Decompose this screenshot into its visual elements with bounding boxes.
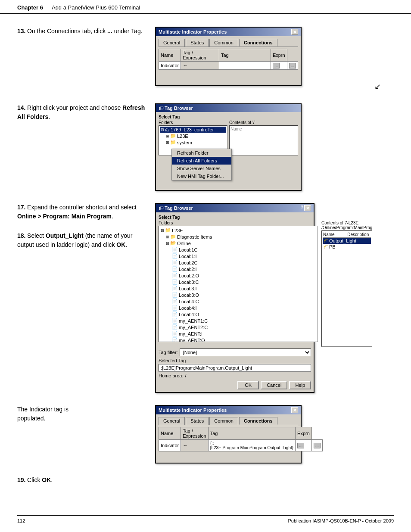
tag-browser-large-title-text: 🏷 Tag Browser [159,205,193,211]
expander-controller: ⊟ [161,128,164,132]
tb-item-output-light[interactable]: 🏷 Output_Light [323,238,371,244]
dots-tag-btn-1[interactable]: ... [273,63,280,68]
select-tag-label: Select Tag [159,115,298,119]
dots-exprn-btn-2[interactable]: ... [314,443,321,448]
step-19-number: 19. [17,476,25,483]
tag-browser-large: 🏷 Tag Browser ? ✕ Select Tag Folders [155,203,314,393]
icon-local1c: 📄 [172,247,178,252]
label-local4i: Local:4:I [179,305,197,311]
multistate-dialog-1-close[interactable]: ✕ [291,29,298,35]
label-aenti: my_AENT:I [179,331,202,336]
tag-browser-large-close[interactable]: ✕ [304,205,311,211]
tree-local1i[interactable]: 📄 Local:1:I [160,253,317,259]
label-online: Online [177,241,191,246]
icon-l23e-root: 📁 [165,227,171,233]
tb-contents-col: Contents of 7-L23E /Online/Program:MainP… [321,221,372,347]
tab-common[interactable]: Common [209,39,238,47]
tab2-common[interactable]: Common [209,417,238,425]
tree-local2o[interactable]: 📄 Local:2:O [160,272,317,279]
tb-contents-label: Contents of 7-L23E /Online/Program:MainP… [321,221,372,230]
row2-tag-btn[interactable]: ... [296,440,312,451]
tree-aent1c[interactable]: 📄 my_AENT1:C [160,317,317,324]
label-local3c: Local:3:C [179,280,199,285]
folder-icon-controller: 🗂 [165,127,170,132]
tag-icon-pb: 🏷 [324,244,328,249]
tab-states[interactable]: States [186,39,209,47]
tb-cancel-button[interactable]: Cancel [261,381,287,389]
row2-value: {::[L23E]Program:MainProgram.Output_Ligh… [208,440,295,451]
tree-label-system: system [177,140,192,145]
tree-local1c[interactable]: 📄 Local:1C [160,246,317,253]
tb-folders-row: Folders ⊟ 📁 L23E ⊞ [159,221,311,347]
dots-exprn-btn-1[interactable]: ... [289,63,296,68]
page-footer: 112 Publication IASIMP-QS010B-EN-P - Oct… [17,515,394,523]
icon-local4o: 📄 [172,311,178,317]
row-exprn-btn-1[interactable]: ... [287,62,298,70]
tag-browser-small-title: 🏷 Tag Browser [156,104,301,112]
tb-question-icon: ? [301,205,303,211]
tb-help-button[interactable]: Help [289,381,311,389]
indicator-note: The Indicator tag ispopulated. [17,405,146,423]
menu-item-new-hmi[interactable]: New HMI Tag Folder... [172,172,231,180]
expander-system: ⊞ [166,140,169,145]
multistate-dialog-1: Multistate Indicator Properties ✕ Genera… [155,27,302,86]
col2-name: Name [159,427,181,440]
row2-exprn-btn[interactable]: ... [311,440,322,451]
table-row: Indicator ← {::[L23E]Program:MainProgram… [159,440,323,451]
tree-aento[interactable]: 📄 my_AENT:O [160,337,317,342]
tag-browser-small-title-text: 🏷 Tag Browser [159,106,193,111]
menu-item-refresh-all[interactable]: Refresh All Folders [172,157,231,165]
tree-online[interactable]: ⊟ 📂 Online [160,240,317,246]
label-local2i: Local:2:I [179,267,197,272]
label-local4c: Local:4:C [179,299,199,304]
tb-filter-select[interactable]: [None] [180,348,311,356]
multistate-dialog-1-titlebar: Multistate Indicator Properties ✕ [156,28,301,36]
dots-tag-btn-2[interactable]: ... [297,443,304,448]
tree-item-controller[interactable]: ⊟ 🗂 1769_L23_controller [160,127,226,133]
tab-general[interactable]: General [159,39,185,47]
chapter-label: Chapter 6 [17,4,43,11]
menu-item-refresh-folder[interactable]: Refresh Folder [172,149,231,157]
tree-local2i[interactable]: 📄 Local:2:I [160,266,317,272]
tree-item-l23e[interactable]: ⊞ 📁 L23E [160,133,226,139]
tab2-general[interactable]: General [159,417,185,425]
tree-l23e-root[interactable]: ⊟ 📁 L23E [160,227,317,233]
tab2-connections[interactable]: Connections [239,417,277,425]
multistate-dialog-2-close[interactable]: ✕ [291,407,298,413]
exp-diag: ⊞ [166,235,169,239]
tag-browser-large-title: 🏷 Tag Browser ? ✕ [156,204,314,212]
step-note-dialog: Multistate Indicator Properties ✕ Genera… [155,405,394,464]
tag-browser-large-body: Select Tag Folders ⊟ 📁 L23E [156,212,314,392]
tree-diag[interactable]: ⊞ 📁 Diagnostic Items [160,233,317,240]
tb-filter-label: Tag filter: [159,350,178,355]
icon-local2i: 📄 [172,266,178,272]
tab2-states[interactable]: States [186,417,209,425]
step-14-text: 14. Right click your project and choose … [17,103,155,121]
tab-connections[interactable]: Connections [239,39,277,47]
tree-local3c[interactable]: 📄 Local:3:C [160,279,317,285]
tree-local2c[interactable]: 📄 Local:2C [160,259,317,266]
tb-item-pb[interactable]: 🏷 PB [323,244,371,250]
col-tag-1: Tag [219,49,271,62]
tag-browser-small-body: Select Tag Folders ⊟ 🗂 1769_L23_controll… [156,112,301,190]
dialog-2-spacer [159,451,298,460]
tree-label-controller: 1769_L23_controller [171,127,214,132]
menu-item-show-server[interactable]: Show Server Names [172,165,231,172]
tree-aent2c[interactable]: 📄 my_AENT2:C [160,324,317,330]
icon-aenti: 📄 [172,331,178,336]
tree-aenti[interactable]: 📄 my_AENT:I [160,330,317,337]
tb-ok-button[interactable]: OK [237,381,259,389]
icon-aent1c: 📄 [172,318,178,324]
tree-local4i[interactable]: 📄 Local:4:I [160,305,317,311]
label-aent2c: my_AENT2:C [179,325,208,330]
row-tag-btn-1[interactable]: ... [271,62,287,70]
tree-local4o[interactable]: 📄 Local:4:O [160,311,317,317]
label-l23e-root: L23E [172,228,183,233]
tree-local4c[interactable]: 📄 Local:4:C [160,298,317,305]
page-header: Chapter 6 Add a PanelView Plus 600 Termi… [0,0,411,14]
tree-local3o[interactable]: 📄 Local:3:O [160,292,317,298]
folder-icon-system: 📁 [170,140,176,145]
tb-folders-col: Folders ⊟ 📁 L23E ⊞ [159,221,318,347]
tree-local3i[interactable]: 📄 Local:3:I [160,285,317,292]
tree-item-system[interactable]: ⊞ 📁 system [160,139,226,146]
